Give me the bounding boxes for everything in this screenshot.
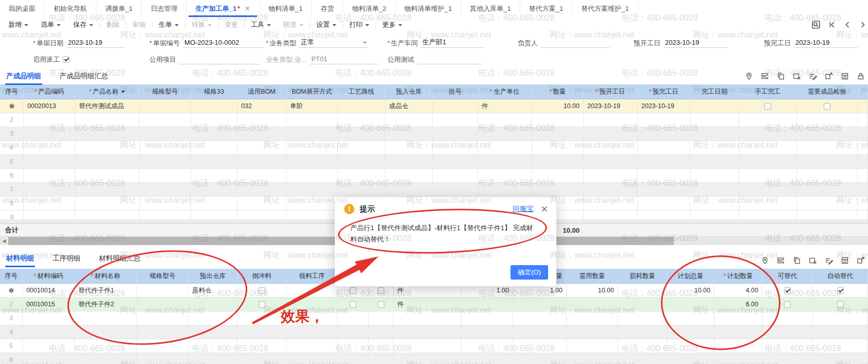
header-cell[interactable]: 规格型号 xyxy=(137,269,189,283)
table-cell[interactable] xyxy=(286,311,338,325)
grid-settings-icon[interactable] xyxy=(841,256,849,265)
header-cell[interactable]: *产品名称 xyxy=(75,84,140,99)
table-cell[interactable] xyxy=(532,127,584,141)
table-cell[interactable] xyxy=(24,141,75,154)
table-cell[interactable]: 成品仓 xyxy=(385,99,433,113)
table-cell[interactable] xyxy=(638,113,690,127)
table-cell[interactable] xyxy=(532,155,584,168)
table-cell[interactable] xyxy=(813,353,868,364)
table-cell[interactable] xyxy=(286,155,338,168)
table-cell[interactable] xyxy=(191,169,237,182)
table-cell[interactable] xyxy=(638,155,690,168)
table-cell[interactable] xyxy=(75,141,140,154)
table-cell[interactable] xyxy=(385,127,433,141)
cell-checkbox[interactable] xyxy=(824,103,830,110)
table-cell[interactable] xyxy=(191,155,237,168)
table-cell[interactable] xyxy=(739,113,797,127)
table-cell[interactable] xyxy=(513,325,567,339)
table-cell[interactable] xyxy=(690,113,739,127)
table-cell[interactable] xyxy=(739,197,797,210)
table-cell[interactable] xyxy=(75,169,140,182)
toolbar-button-3[interactable]: 保存 xyxy=(67,17,99,32)
table-cell[interactable] xyxy=(690,141,739,154)
cell-checkbox[interactable] xyxy=(350,301,356,308)
table-cell[interactable] xyxy=(739,155,797,168)
header-cell[interactable]: 损耗数量 xyxy=(618,269,667,283)
material-tab-3[interactable]: 材料明细汇总 xyxy=(98,251,142,267)
table-cell[interactable] xyxy=(191,113,237,127)
table-cell[interactable] xyxy=(237,113,286,127)
table-cell[interactable] xyxy=(140,113,191,127)
table-cell[interactable] xyxy=(690,169,739,182)
cell-checkbox[interactable] xyxy=(350,287,356,294)
table-cell[interactable]: 4 xyxy=(0,141,24,154)
header-cell[interactable]: BOM展开方式 xyxy=(286,84,338,99)
table-cell[interactable]: 替代件子件2 xyxy=(75,298,137,311)
table-cell[interactable] xyxy=(237,298,286,311)
close-icon[interactable]: ✕ xyxy=(541,205,548,214)
table-cell[interactable] xyxy=(797,113,858,127)
table-cell[interactable] xyxy=(189,325,237,339)
header-cell[interactable]: 领料工序 xyxy=(286,269,338,283)
field-value[interactable] xyxy=(179,54,260,64)
table-cell[interactable] xyxy=(433,155,478,168)
table-cell[interactable] xyxy=(797,169,858,182)
table-cell[interactable] xyxy=(714,311,762,325)
table-cell[interactable] xyxy=(385,169,433,182)
header-cell[interactable]: 计划总量 xyxy=(667,269,714,283)
table-cell[interactable] xyxy=(189,311,237,325)
table-cell[interactable] xyxy=(75,127,140,141)
header-cell[interactable]: 完工日期 xyxy=(690,84,739,99)
table-cell[interactable] xyxy=(462,339,513,353)
header-cell[interactable]: 规格33 xyxy=(191,84,237,99)
table-cell[interactable] xyxy=(338,298,369,311)
toolbar-button-6[interactable]: 生单 xyxy=(152,17,185,32)
table-cell[interactable] xyxy=(140,99,191,113)
column-filter-icon[interactable] xyxy=(121,91,125,93)
table-cell[interactable] xyxy=(667,353,714,364)
table-cell[interactable] xyxy=(369,325,394,339)
table-cell[interactable] xyxy=(189,339,237,353)
table-cell[interactable] xyxy=(140,183,191,196)
table-cell[interactable] xyxy=(433,169,478,182)
table-cell[interactable] xyxy=(667,298,714,311)
header-cell[interactable]: *预完工日 xyxy=(638,84,690,99)
table-cell[interactable] xyxy=(140,127,191,141)
table-cell[interactable] xyxy=(618,311,667,325)
table-cell[interactable] xyxy=(690,155,739,168)
row-settings-icon[interactable] xyxy=(8,102,15,110)
table-cell[interactable] xyxy=(237,169,286,182)
table-cell[interactable] xyxy=(584,127,638,141)
table-cell[interactable] xyxy=(24,183,75,196)
table-cell[interactable] xyxy=(567,311,618,325)
table-cell[interactable] xyxy=(667,339,714,353)
table-cell[interactable] xyxy=(567,353,618,364)
table-cell[interactable] xyxy=(75,155,140,168)
table-cell[interactable] xyxy=(23,353,75,364)
table-cell[interactable]: 2023-10-19 xyxy=(584,99,638,113)
table-cell[interactable] xyxy=(813,298,868,311)
window-tab-12[interactable]: 替代方案维护_1 xyxy=(572,0,638,17)
table-cell[interactable] xyxy=(385,113,433,127)
table-cell[interactable] xyxy=(385,141,433,154)
header-cell[interactable]: 手工完工 xyxy=(739,84,797,99)
table-cell[interactable] xyxy=(797,155,858,168)
table-cell[interactable] xyxy=(191,99,237,113)
location-icon[interactable] xyxy=(761,256,769,265)
table-cell[interactable] xyxy=(762,298,813,311)
table-cell[interactable] xyxy=(739,127,797,141)
table-cell[interactable] xyxy=(762,339,813,353)
toolbar-button-8[interactable]: 变更 xyxy=(218,17,244,32)
table-cell[interactable] xyxy=(762,284,813,297)
header-cell[interactable]: 需用数量 xyxy=(567,269,618,283)
export-icon[interactable] xyxy=(825,72,833,80)
header-cell[interactable]: *产品编码 xyxy=(24,84,75,99)
table-cell[interactable] xyxy=(762,353,813,364)
table-cell[interactable] xyxy=(23,311,75,325)
table-cell[interactable] xyxy=(433,127,478,141)
window-tab-11[interactable]: 替代方案_1 xyxy=(520,0,572,17)
table-cell[interactable]: 032 xyxy=(237,99,286,113)
table-cell[interactable] xyxy=(286,353,338,364)
table-cell[interactable] xyxy=(532,113,584,127)
table-cell[interactable] xyxy=(24,127,75,141)
